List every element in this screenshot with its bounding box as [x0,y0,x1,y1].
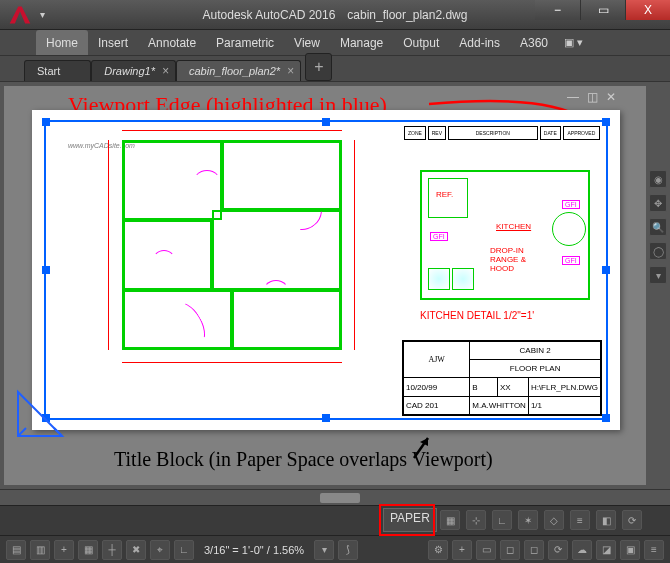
annotation-scale[interactable]: 3/16" = 1'-0" / 1.56% [198,544,310,556]
tb-file: H:\FLR_PLN.DWG [528,378,601,396]
box-icon[interactable]: ◻ [500,540,520,560]
box2-icon[interactable]: ◻ [524,540,544,560]
close-icon[interactable]: × [162,64,169,78]
layout-icon[interactable]: ▥ [30,540,50,560]
filetab-cabin[interactable]: cabin_floor_plan2*× [176,60,301,81]
nav-pan-icon[interactable]: ✥ [649,194,667,212]
label-kitchen: KITCHEN [496,222,531,231]
viewport-grip[interactable] [602,414,610,422]
rev-zone: ZONE [404,126,426,140]
plus-icon[interactable]: + [452,540,472,560]
label-ref: REF. [436,190,453,199]
cloud-icon[interactable]: ☁ [572,540,592,560]
kitchen-detail-title: KITCHEN DETAIL 1/2"=1' [420,310,534,321]
model-icon[interactable]: ▤ [6,540,26,560]
transparency-icon[interactable]: ◧ [596,510,616,530]
new-tab-button[interactable]: + [305,53,332,81]
lineweight-icon[interactable]: ≡ [570,510,590,530]
navigation-bar: ◉ ✥ 🔍 ◯ ▾ [648,170,668,284]
menu-addins[interactable]: Add-ins [449,30,510,55]
menu-insert[interactable]: Insert [88,30,138,55]
tb-sheet: FLOOR PLAN [470,360,601,378]
viewport-grip[interactable] [42,118,50,126]
status-bar-upper: PAPER ▦ ⊹ ∟ ✶ ◇ ≡ ◧ ⟳ [0,505,670,535]
refresh-icon[interactable]: ⟳ [548,540,568,560]
clean-icon[interactable]: ▣ [620,540,640,560]
filetab-start[interactable]: Start [24,60,91,81]
close-icon[interactable]: × [287,64,294,78]
nav-orbit-icon[interactable]: ◯ [649,242,667,260]
menu-a360[interactable]: A360 [510,30,558,55]
tb-drawn: M.A.WHITTON [470,396,529,415]
window-maximize-button[interactable]: ▭ [580,0,625,20]
snap-icon[interactable]: ⊹ [466,510,486,530]
doc-name: cabin_floor_plan2.dwg [347,8,467,22]
label-gfi: GFI [562,256,580,265]
viewport-grip[interactable] [42,266,50,274]
menu-manage[interactable]: Manage [330,30,393,55]
revision-table: ZONE REV DESCRIPTION DATE APPROVED [402,124,602,142]
chevron-down-icon[interactable]: ▾ [314,540,334,560]
viewport-grip[interactable] [322,118,330,126]
cycling-icon[interactable]: ⟳ [622,510,642,530]
modified-indicator: * [151,65,155,77]
nav-wheel-icon[interactable]: ◉ [649,170,667,188]
model-paper-toggle[interactable]: PAPER [383,508,437,532]
ribbon-tabs: Home Insert Annotate Parametric View Man… [0,30,670,56]
grid-toggle-icon[interactable]: ▦ [78,540,98,560]
customize-icon[interactable]: ≡ [644,540,664,560]
ortho-toggle-icon[interactable]: ∟ [174,540,194,560]
paper-sheet: www.myCADsite.com [32,110,620,430]
window-title: Autodesk AutoCAD 2016 cabin_floor_plan2.… [203,8,468,22]
isolate-icon[interactable]: ◪ [596,540,616,560]
menu-home[interactable]: Home [36,30,88,55]
filetab-label: Start [37,65,60,77]
constraint-icon[interactable]: ✖ [126,540,146,560]
menu-parametric[interactable]: Parametric [206,30,284,55]
window-close-button[interactable]: X [625,0,670,20]
monitor-icon[interactable]: ▭ [476,540,496,560]
doc-close-icon[interactable]: ✕ [606,90,616,104]
nav-zoom-icon[interactable]: 🔍 [649,218,667,236]
dynamic-input-icon[interactable]: ⌖ [150,540,170,560]
title-block: AJW CABIN 2 FLOOR PLAN 10/20/99 BXX H:\F… [402,340,602,416]
rev-date: DATE [540,126,561,140]
drawing-area[interactable]: — ◫ ✕ Viewport Edge (highlighted in blue… [0,82,670,489]
gear-icon[interactable]: ⚙ [428,540,448,560]
ucs-icon [12,386,68,442]
window-minimize-button[interactable]: − [535,0,580,20]
osnap-icon[interactable]: ◇ [544,510,564,530]
menu-overflow[interactable]: ▣ ▾ [558,30,583,55]
horizontal-scrollbar[interactable] [0,489,670,505]
scrollbar-thumb[interactable] [320,493,360,503]
viewport-grip[interactable] [602,118,610,126]
file-tabs: Start Drawing1*× cabin_floor_plan2*× + [0,56,670,82]
sync-icon[interactable]: ⟆ [338,540,358,560]
rev-rev: REV [428,126,446,140]
tb-project: CABIN 2 [470,341,601,360]
kitchen-detail: REF. KITCHEN DROP-IN RANGE & HOOD GFI GF… [420,170,590,300]
grid-icon[interactable]: ▦ [440,510,460,530]
nav-chevron-icon[interactable]: ▾ [649,266,667,284]
menu-annotate[interactable]: Annotate [138,30,206,55]
polar-icon[interactable]: ✶ [518,510,538,530]
label-gfi: GFI [562,200,580,209]
autocad-logo[interactable] [4,3,36,27]
annotation-titleblock: Title Block (in Paper Space overlaps Vie… [114,448,493,471]
tb-scale: 1/1 [528,396,601,415]
tb-cad: CAD 201 [403,396,470,415]
viewport-grip[interactable] [322,414,330,422]
filetab-label: cabin_floor_plan2 [189,65,276,77]
app-menu-chevron[interactable]: ▾ [40,9,45,20]
menu-output[interactable]: Output [393,30,449,55]
label-gfi: GFI [430,232,448,241]
tb-designer: AJW [403,341,470,378]
viewport-grip[interactable] [602,266,610,274]
plus-icon[interactable]: + [54,540,74,560]
filetab-drawing1[interactable]: Drawing1*× [91,60,176,81]
status-bar-lower: ▤ ▥ + ▦ ┼ ✖ ⌖ ∟ 3/16" = 1'-0" / 1.56% ▾ … [0,535,670,563]
snap-toggle-icon[interactable]: ┼ [102,540,122,560]
tb-date: 10/20/99 [403,378,470,396]
ortho-icon[interactable]: ∟ [492,510,512,530]
menu-view[interactable]: View [284,30,330,55]
